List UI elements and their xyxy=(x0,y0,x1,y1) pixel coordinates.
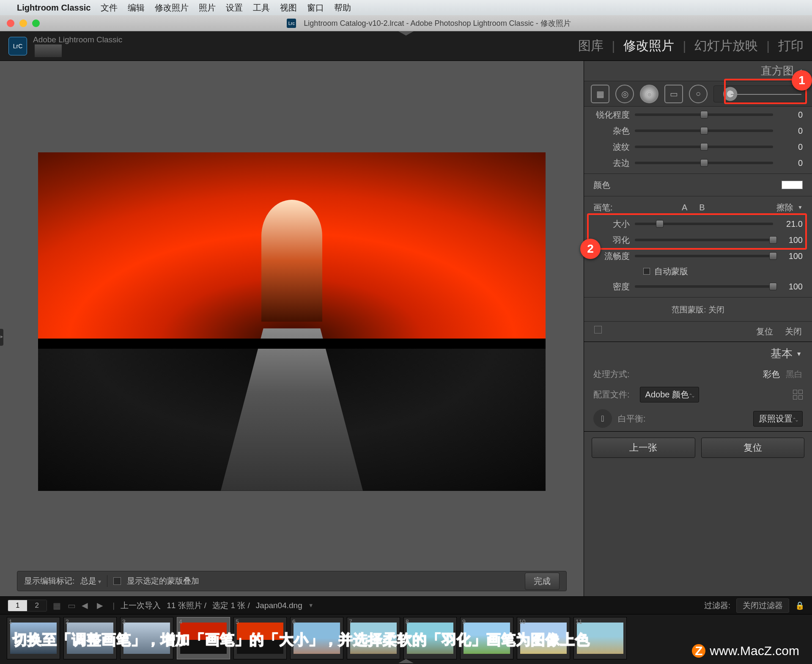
treatment-color[interactable]: 彩色 xyxy=(763,369,780,380)
slider-defringe[interactable]: 去边0 xyxy=(584,155,812,171)
zoom-button[interactable] xyxy=(32,19,40,27)
brush-footer: 复位 关闭 xyxy=(584,321,812,342)
right-panel: 直方图 ◀ ▦ ◎ ◉ ▭ ○ 锐化程度0 杂色0 波纹0 去边0 颜色 xyxy=(584,61,812,596)
app-menu[interactable]: Lightroom Classic xyxy=(17,3,91,13)
app-header: LrC Adobe Lightroom Classic 图库 | 修改照片 | … xyxy=(0,31,812,61)
close-link[interactable]: 关闭 xyxy=(785,326,802,337)
automask-row[interactable]: 自动蒙版 xyxy=(584,264,812,278)
left-panel-toggle[interactable] xyxy=(0,329,3,346)
nav-arrows[interactable]: ◀ ▶ xyxy=(82,601,107,610)
eyedropper-icon[interactable]: 𓏊 xyxy=(593,409,612,428)
wb-label: 白平衡: xyxy=(618,413,646,424)
done-button[interactable]: 完成 xyxy=(525,573,560,590)
redeye-tool-icon[interactable]: ◉ xyxy=(640,85,658,103)
filter-dropdown[interactable]: 关闭过滤器 xyxy=(736,598,789,613)
photo-count: 11 张照片 / xyxy=(167,600,206,611)
color-swatch[interactable] xyxy=(782,181,803,189)
screen-2[interactable]: 2 xyxy=(27,600,46,611)
basic-header[interactable]: 基本▼ xyxy=(584,342,812,365)
current-file: Japan04.dng xyxy=(256,601,302,610)
viewer-area: 显示编辑标记: 总是 显示选定的蒙版叠加 完成 xyxy=(0,61,584,596)
histogram-header[interactable]: 直方图 ◀ xyxy=(584,61,812,81)
reset-link[interactable]: 复位 xyxy=(756,326,773,337)
module-print[interactable]: 打印 xyxy=(778,37,804,55)
callout-1: 1 xyxy=(792,70,812,91)
radial-tool-icon[interactable]: ○ xyxy=(689,85,708,103)
window-titlebar: Lrc Lightroom Catalog-v10-2.lrcat - Adob… xyxy=(0,15,812,31)
watermark-icon: Z xyxy=(692,644,705,658)
filmstrip-header: 1 2 ▦ ▭ ◀ ▶ | 上一次导入 11 张照片 / 选定 1 张 / Ja… xyxy=(0,596,812,614)
module-develop[interactable]: 修改照片 xyxy=(623,37,674,55)
minimize-button[interactable] xyxy=(19,19,27,27)
traffic-lights xyxy=(7,19,40,27)
treatment-bw[interactable]: 黑白 xyxy=(786,369,803,380)
slider-density[interactable]: 密度100 xyxy=(584,278,812,295)
slider-moire[interactable]: 波纹0 xyxy=(584,139,812,155)
range-mask-status[interactable]: 范围蒙版: 关闭 xyxy=(584,300,812,321)
bottom-panel-toggle[interactable] xyxy=(398,659,414,663)
menu-develop[interactable]: 修改照片 xyxy=(155,2,189,14)
spot-tool-icon[interactable]: ◎ xyxy=(615,85,634,103)
slider-sharpen[interactable]: 锐化程度0 xyxy=(584,107,812,123)
menu-file[interactable]: 文件 xyxy=(101,2,118,14)
profile-browser-icon[interactable] xyxy=(793,390,803,400)
close-button[interactable] xyxy=(7,19,14,27)
histogram-label: 直方图 xyxy=(761,63,794,78)
slider-flow[interactable]: 流畅度100 xyxy=(584,248,812,264)
crop-tool-icon[interactable]: ▦ xyxy=(591,85,609,103)
treatment-row: 处理方式: 彩色 黑白 xyxy=(584,365,812,383)
top-panel-toggle[interactable] xyxy=(398,31,414,36)
chevron-down-icon: ▼ xyxy=(796,350,802,357)
module-slideshow[interactable]: 幻灯片放映 xyxy=(694,37,758,55)
slider-feather[interactable]: 羽化100 xyxy=(584,232,812,248)
photo-canvas[interactable] xyxy=(38,152,546,491)
menu-photo[interactable]: 照片 xyxy=(199,2,216,14)
lock-icon[interactable]: 🔒 xyxy=(795,601,804,610)
menu-help[interactable]: 帮助 xyxy=(334,2,351,14)
menu-edit[interactable]: 编辑 xyxy=(128,2,145,14)
reset-button[interactable]: 复位 xyxy=(701,438,805,458)
color-label: 颜色 xyxy=(593,179,610,191)
edit-pins-mode[interactable]: 总是 xyxy=(80,576,101,587)
module-picker: 图库 | 修改照片 | 幻灯片放映 | 打印 xyxy=(578,37,804,55)
brand-label: Adobe Lightroom Classic xyxy=(33,35,122,44)
grid-icon[interactable]: ▦ xyxy=(53,601,61,611)
mac-menubar: Lightroom Classic 文件 编辑 修改照片 照片 设置 工具 视图… xyxy=(0,0,812,15)
view-icons: ▦ ▭ xyxy=(53,601,76,611)
brush-ab[interactable]: A B xyxy=(613,203,777,212)
lrc-icon: Lrc xyxy=(287,19,296,28)
menu-settings[interactable]: 设置 xyxy=(226,2,243,14)
treatment-label: 处理方式: xyxy=(593,369,630,380)
automask-checkbox[interactable] xyxy=(643,268,650,275)
screen-1[interactable]: 1 xyxy=(8,600,27,611)
toggle-switch-icon[interactable] xyxy=(594,326,602,333)
menu-tools[interactable]: 工具 xyxy=(253,2,270,14)
source-crumb[interactable]: 上一次导入 xyxy=(121,600,161,611)
color-row[interactable]: 颜色 xyxy=(584,176,812,193)
identity-plate[interactable] xyxy=(35,44,62,57)
selected-count: 选定 1 张 / xyxy=(212,600,250,611)
viewer-toolbar: 显示编辑标记: 总是 显示选定的蒙版叠加 完成 xyxy=(17,571,567,591)
screen-mode-segment[interactable]: 1 2 xyxy=(8,600,47,612)
profile-row: 配置文件: Adobe 颜色 xyxy=(584,383,812,406)
wb-dropdown[interactable]: 原照设置 xyxy=(753,411,803,427)
brush-label: 画笔: xyxy=(593,202,613,213)
menu-view[interactable]: 视图 xyxy=(280,2,297,14)
brush-header: 画笔: A B 擦除 ▼ xyxy=(584,199,812,216)
module-library[interactable]: 图库 xyxy=(578,37,604,55)
module-sep: | xyxy=(766,39,770,53)
profile-label: 配置文件: xyxy=(593,389,630,400)
mask-overlay-checkbox[interactable] xyxy=(113,577,121,585)
watermark: Z www.MacZ.com xyxy=(692,644,799,658)
brush-tool-icon[interactable] xyxy=(713,85,805,102)
chevron-down-icon[interactable]: ▼ xyxy=(308,602,314,609)
loupe-icon[interactable]: ▭ xyxy=(68,601,76,611)
prev-button[interactable]: 上一张 xyxy=(592,438,695,458)
brush-erase[interactable]: 擦除 xyxy=(776,202,793,213)
profile-dropdown[interactable]: Adobe 颜色 xyxy=(640,387,700,402)
slider-noise[interactable]: 杂色0 xyxy=(584,123,812,139)
slider-size[interactable]: 大小21.0 xyxy=(584,216,812,232)
menu-window[interactable]: 窗口 xyxy=(307,2,324,14)
callout-2: 2 xyxy=(580,239,601,259)
gradient-tool-icon[interactable]: ▭ xyxy=(664,85,683,103)
